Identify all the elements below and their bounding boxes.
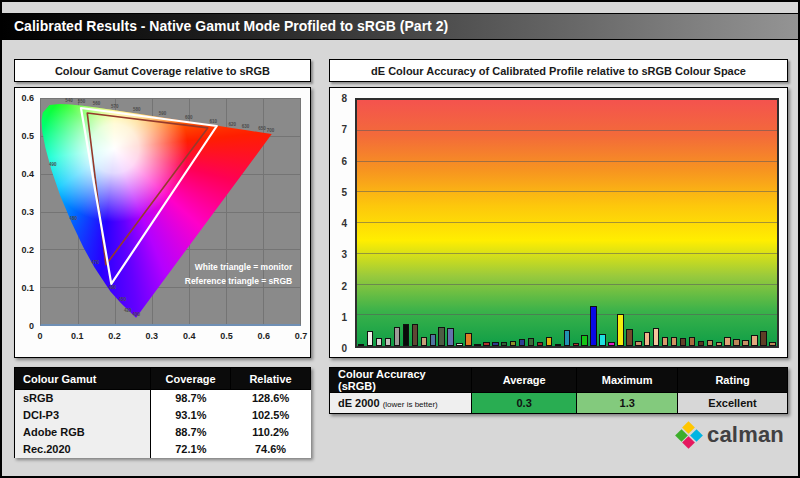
- y-tick-label: 0.2: [21, 245, 34, 255]
- de2000-note: (lower is better): [383, 400, 438, 409]
- de-bar: [528, 338, 534, 346]
- accuracy-table-header-maximum: Maximum: [577, 368, 678, 393]
- gamut-table-header-name: Colour Gamut: [15, 368, 151, 390]
- wavelength-label: 470: [92, 260, 100, 265]
- de-bar-chart: [355, 98, 779, 348]
- de-bar: [483, 342, 489, 346]
- de-bar: [680, 338, 686, 346]
- de-bar: [707, 340, 713, 346]
- y-tick-label: 0.3: [21, 207, 34, 217]
- gridline: [357, 222, 777, 223]
- srgb-reference-triangle: [87, 113, 208, 265]
- accuracy-panel-title: dE Colour Accuracy of Calibrated Profile…: [371, 65, 746, 77]
- gamut-table-header-row: Colour Gamut Coverage Relative: [15, 368, 311, 390]
- y-tick-label: 0: [29, 321, 34, 331]
- de-bar: [635, 341, 641, 346]
- x-tick-label: 0.7: [295, 331, 308, 341]
- gamut-row-adobergb-relative: 110.2%: [231, 424, 311, 441]
- y-tick-label: 7: [341, 124, 347, 135]
- gamut-x-axis-labels: 00.10.20.30.40.50.60.7: [40, 331, 301, 345]
- de2000-maximum-value: 1.3: [577, 393, 678, 414]
- accuracy-table-header-average: Average: [471, 368, 576, 393]
- calibration-report-page: Calibrated Results - Native Gamut Mode P…: [0, 0, 800, 478]
- de-bar: [751, 335, 757, 346]
- gamut-row-adobergb-coverage: 88.7%: [151, 424, 231, 441]
- de-bar: [385, 338, 391, 346]
- y-tick-label: 0: [341, 343, 347, 354]
- de-bar: [626, 329, 632, 346]
- de2000-label-cell: dE 2000 (lower is better): [330, 393, 472, 414]
- de-bar: [465, 333, 471, 346]
- gridline: [357, 314, 777, 315]
- de2000-average-value: 0.3: [471, 393, 576, 414]
- de-bar: [438, 327, 444, 346]
- de-bar: [510, 341, 516, 346]
- de-bar: [590, 306, 596, 346]
- x-tick-label: 0.5: [220, 331, 233, 341]
- wavelength-label: 620: [228, 121, 236, 126]
- de-bar: [724, 337, 730, 346]
- gridline: [357, 253, 777, 254]
- gamut-row-rec2020-coverage: 72.1%: [151, 441, 231, 458]
- wavelength-label: 580: [133, 107, 141, 112]
- de-bar: [546, 337, 552, 346]
- de-y-axis-labels: 876543210: [330, 98, 352, 348]
- gridline: [357, 284, 777, 285]
- gamut-y-axis-labels: 0.60.50.40.30.20.10: [15, 98, 37, 326]
- de-bar: [716, 342, 722, 346]
- x-tick-label: 0.4: [183, 331, 196, 341]
- calman-logo: calman: [676, 422, 784, 448]
- accuracy-row-de2000: dE 2000 (lower is better) 0.3 1.3 Excell…: [330, 393, 788, 414]
- x-tick-label: 0.1: [71, 331, 84, 341]
- de-bar: [581, 335, 587, 346]
- gamut-row-srgb: sRGB 98.7% 128.6%: [15, 390, 311, 407]
- de-bar: [769, 342, 775, 346]
- wavelength-label: 610: [209, 118, 217, 123]
- x-tick-label: 0: [37, 331, 42, 341]
- de-bar: [742, 340, 748, 346]
- gamut-row-srgb-name: sRGB: [15, 390, 151, 407]
- gridline: [357, 191, 777, 192]
- de-bar: [474, 344, 480, 346]
- de-bar: [644, 332, 650, 346]
- wavelength-label: 460: [108, 284, 116, 289]
- de-bar: [537, 342, 543, 346]
- accuracy-panel-header: dE Colour Accuracy of Calibrated Profile…: [329, 59, 788, 82]
- accuracy-table-header-rating: Rating: [678, 368, 788, 393]
- accuracy-chart-panel: 876543210: [329, 87, 788, 358]
- de-bar: [492, 342, 498, 346]
- de2000-label: dE 2000: [338, 397, 380, 409]
- y-tick-label: 2: [341, 280, 347, 291]
- de-bar: [376, 338, 382, 346]
- de-bar: [564, 330, 570, 346]
- gamut-triangles-overlay: [41, 99, 300, 324]
- de-bar: [733, 339, 739, 346]
- gamut-panel-header: Colour Gamut Coverage relative to sRGB: [14, 59, 311, 82]
- gamut-row-dcip3-coverage: 93.1%: [151, 407, 231, 424]
- gamut-legend-annotation: White triangle = monitorReference triang…: [185, 261, 292, 288]
- y-tick-label: 5: [341, 186, 347, 197]
- de-bar: [698, 341, 704, 346]
- de-bar: [456, 343, 462, 346]
- cie-chromaticity-chart: 5405505605705805906006106206306507004904…: [40, 98, 301, 326]
- wavelength-label: 540: [65, 98, 73, 103]
- calman-logo-icon: [676, 422, 702, 448]
- x-tick-label: 0.3: [146, 331, 159, 341]
- y-tick-label: 0.1: [21, 283, 34, 293]
- x-tick-label: 0.6: [257, 331, 270, 341]
- de-bar: [358, 344, 364, 346]
- wavelength-label: 450: [119, 297, 127, 302]
- gamut-row-adobergb-name: Adobe RGB: [15, 424, 151, 441]
- calman-logo-text: calman: [707, 422, 784, 448]
- gamut-row-rec2020-name: Rec.2020: [15, 441, 151, 458]
- de-bar: [599, 334, 605, 346]
- de-bar: [394, 327, 400, 346]
- y-tick-label: 0.6: [21, 93, 34, 103]
- y-tick-label: 0.4: [21, 169, 34, 179]
- gamut-row-dcip3-name: DCI-P3: [15, 407, 151, 424]
- de-bar: [662, 337, 668, 346]
- accuracy-table-header-row: Colour Accuracy (sRGB) Average Maximum R…: [330, 368, 788, 393]
- wavelength-label: 630: [242, 123, 250, 128]
- gamut-legend-line: Reference triangle = sRGB: [185, 275, 292, 289]
- de-bar: [421, 337, 427, 346]
